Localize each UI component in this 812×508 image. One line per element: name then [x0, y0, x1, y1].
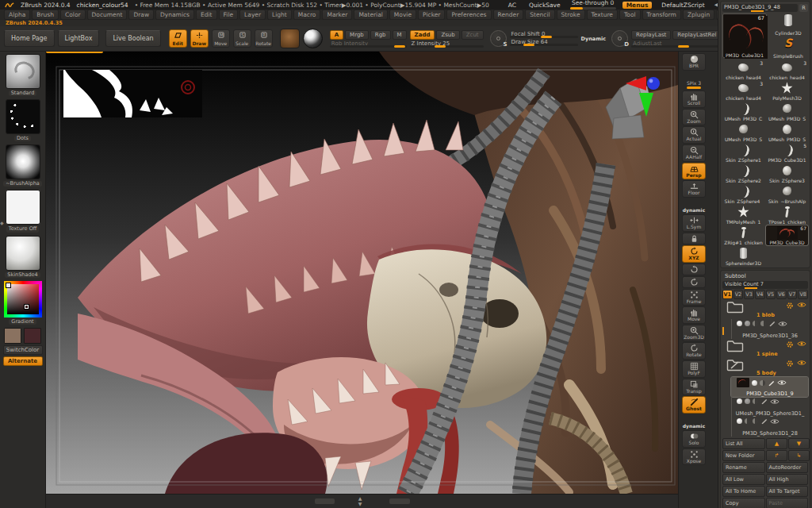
ghost-toggle-icon[interactable] — [753, 321, 758, 326]
shelf-tool-button[interactable]: Persp — [682, 163, 706, 180]
shelf-tool-button[interactable]: Transp — [682, 379, 706, 396]
gear-icon[interactable] — [786, 302, 794, 310]
shelf-tool-button[interactable]: L.Sym — [682, 214, 706, 232]
subtool-item-sphere36[interactable]: PM3D_Sphere3D1_36 — [731, 319, 808, 339]
shelf-tool-button[interactable]: Zoom — [682, 109, 706, 126]
main-color-swatch[interactable] — [4, 328, 21, 344]
focal-shift-slider[interactable]: Focal Shift 0 — [510, 31, 578, 38]
tool-item[interactable]: PolyMesh3D — [766, 81, 808, 101]
eye-icon[interactable] — [797, 302, 806, 308]
secondary-color-swatch[interactable] — [24, 328, 41, 344]
color-picker[interactable] — [4, 281, 42, 318]
divider-handle[interactable]: ▲ ▼ — [358, 495, 366, 506]
gear-icon[interactable] — [786, 341, 794, 348]
scale-button[interactable]: S Scale — [233, 29, 251, 48]
ghost-toggle-icon[interactable] — [760, 380, 765, 386]
paste-button[interactable]: Paste — [766, 498, 809, 508]
see-through-slider[interactable]: See-through 0 — [570, 0, 616, 10]
shelf-tool-button[interactable]: dynamic — [682, 414, 706, 430]
move-button[interactable]: M Move — [212, 29, 230, 48]
restore-config-button[interactable]: R — [799, 4, 808, 12]
shelf-tool-button[interactable] — [682, 264, 706, 275]
shelf-tool-button[interactable]: BPR — [682, 53, 706, 71]
material-thumbnail[interactable] — [6, 236, 40, 271]
tool-item[interactable]: TPose1_chicken — [766, 205, 808, 225]
polypaint-dot-icon[interactable] — [737, 418, 742, 424]
tool-item[interactable]: UMesh_PM3D_S — [766, 102, 808, 121]
shelf-tool-button[interactable]: Frame — [682, 289, 706, 306]
menu-item[interactable]: Tool — [619, 10, 641, 20]
subtool-item-umesh[interactable]: UMesh_PM3D_Sphere3D1_ — [731, 397, 808, 417]
shelf-tool-button[interactable] — [682, 233, 706, 244]
gear-icon[interactable] — [786, 360, 794, 368]
mrgb-toggle[interactable]: Mrgb — [345, 30, 369, 40]
draw-size-slider[interactable]: Draw Size 64 — [510, 39, 578, 46]
ghost-toggle2-icon[interactable] — [760, 321, 766, 326]
pen-icon[interactable] — [760, 418, 768, 425]
a-toggle[interactable]: A — [330, 30, 343, 40]
texture-thumbnail[interactable] — [6, 190, 40, 225]
move-out-button[interactable]: ↱ — [766, 450, 787, 461]
menu-item[interactable]: Marker — [322, 10, 352, 20]
z-intensity-slider[interactable]: Z Intensity 25 — [410, 40, 484, 48]
list-all-button[interactable]: List All — [722, 438, 765, 449]
tool-item[interactable]: 5 PM3D_Cube3D1 — [766, 143, 808, 163]
shelf-tool-button[interactable]: Scroll — [682, 90, 706, 108]
replay-last-button[interactable]: ReplayLast — [631, 30, 671, 40]
tool-item[interactable]: 67 PM3D_Cube3D — [766, 225, 808, 245]
home-page-button[interactable]: Home Page — [4, 30, 55, 47]
menu-item[interactable]: Material — [354, 10, 387, 20]
subtool-group-spine[interactable]: 1 spine — [725, 339, 808, 358]
pen-icon[interactable] — [768, 379, 775, 387]
rotate-button[interactable]: R Rotate — [255, 29, 273, 48]
menu-item[interactable]: Edit — [196, 10, 217, 20]
stroke-thumbnail[interactable] — [6, 99, 40, 134]
tray-resize-handle[interactable]: ◆ — [0, 220, 4, 225]
alpha-thumbnail[interactable] — [6, 144, 40, 179]
tool-item[interactable]: Skin_ZSphere1 — [722, 143, 764, 163]
subtool-group-blob[interactable]: 1 blob — [725, 300, 808, 319]
eye-icon[interactable] — [797, 360, 806, 366]
menu-item[interactable]: Brush — [32, 10, 59, 20]
hue-marker[interactable] — [6, 283, 10, 287]
menu-item[interactable]: Transform — [642, 10, 681, 20]
all-to-target-button[interactable]: All To Target — [766, 486, 809, 497]
tool-item[interactable]: 3 chicken_head4 — [722, 81, 764, 101]
tool-item[interactable]: Sphereinder3D — [722, 246, 764, 266]
visibility-tab[interactable]: V4 — [755, 290, 765, 299]
menu-item[interactable]: Stencil — [525, 10, 554, 20]
shelf-tool-button[interactable]: Xpose — [682, 448, 706, 466]
eye-icon[interactable] — [770, 398, 779, 405]
tool-item[interactable]: UMesh_PM3D_S — [722, 122, 764, 142]
visibility-tab[interactable]: V6 — [776, 290, 787, 299]
live-boolean-button[interactable]: Live Boolean — [105, 30, 160, 47]
eye-icon[interactable] — [777, 379, 787, 386]
ghost-toggle-icon[interactable] — [745, 418, 750, 424]
polypaint-dot-icon[interactable] — [737, 321, 742, 326]
auto-reorder-button[interactable]: AutoReorder — [766, 462, 809, 473]
quicksave-button[interactable]: QuickSave — [526, 2, 564, 9]
menu-item[interactable]: Stroke — [557, 10, 585, 20]
tool-item[interactable]: TMPolyMesh_1 — [722, 205, 764, 225]
current-brush-preview[interactable] — [280, 29, 300, 48]
tool-item[interactable]: UMesh_PM3D_C — [722, 102, 764, 121]
eye-icon[interactable] — [778, 321, 787, 327]
menu-item[interactable]: Preferences — [446, 10, 491, 20]
ghost-toggle2-icon[interactable] — [753, 418, 758, 424]
move-down-button[interactable]: ▼ — [788, 438, 810, 449]
visibility-tab[interactable]: V7 — [787, 290, 798, 299]
tool-item[interactable]: ZRig#1_chicken — [722, 225, 764, 245]
new-folder-button[interactable]: New Folder — [722, 450, 765, 461]
default-zscript-button[interactable]: DefaultZScript — [658, 2, 707, 9]
alternate-button[interactable]: Alternate — [3, 356, 43, 366]
all-low-button[interactable]: All Low — [722, 474, 765, 485]
draw-button[interactable]: Draw — [190, 29, 209, 48]
polypaint-dot2-icon[interactable] — [745, 398, 750, 404]
subtool-item-sphere28[interactable]: PM3D_Sphere3D1_28 — [731, 417, 808, 437]
eye-icon[interactable] — [770, 418, 779, 425]
menu-item[interactable]: Dynamics — [155, 10, 194, 20]
subtool-group-body[interactable]: 5 body — [725, 358, 808, 377]
menu-item[interactable]: Macro — [293, 10, 321, 20]
subtool-header[interactable]: Subtool — [722, 272, 808, 280]
tool-item[interactable]: 3 chicken_head4 — [722, 60, 764, 80]
